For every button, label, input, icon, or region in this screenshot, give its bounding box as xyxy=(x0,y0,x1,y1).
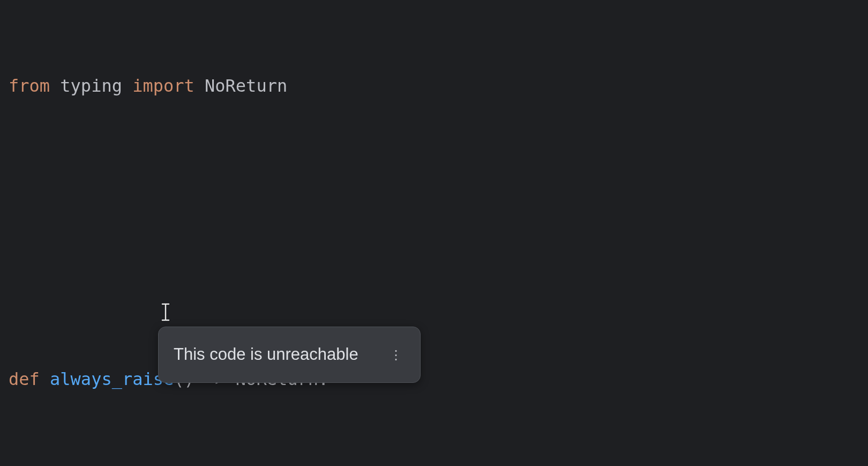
import-name: NoReturn xyxy=(205,76,287,96)
code-line[interactable]: def always_raise() -> NoReturn: xyxy=(9,363,859,396)
code-line[interactable]: from typing import NoReturn xyxy=(9,70,859,102)
code-line-empty[interactable] xyxy=(9,167,859,200)
keyword-import: import xyxy=(132,76,194,96)
tooltip-message: This code is unreachable xyxy=(174,339,358,371)
code-line-empty[interactable] xyxy=(9,265,859,298)
module-name: typing xyxy=(60,76,122,96)
diagnostic-tooltip: This code is unreachable ⋮ xyxy=(158,327,421,383)
function-name: always_raise xyxy=(50,369,174,389)
code-editor[interactable]: from typing import NoReturn def always_r… xyxy=(9,4,859,466)
more-actions-icon[interactable]: ⋮ xyxy=(386,343,405,367)
keyword-def: def xyxy=(9,369,40,389)
code-line[interactable]: raise RuntimeError("Uh oh") xyxy=(9,461,859,466)
keyword-from: from xyxy=(9,76,50,96)
